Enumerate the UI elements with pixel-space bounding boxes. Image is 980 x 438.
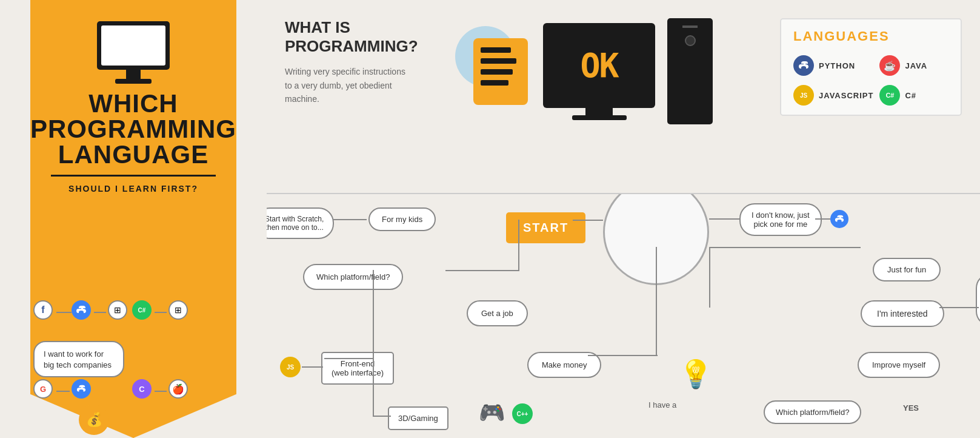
right-panel: WHAT IS PROGRAMMING? Writing very specif…	[267, 0, 980, 438]
ok-text: OK	[580, 46, 618, 85]
im-interested-node: I'm interested	[861, 300, 944, 327]
doc-line-2	[481, 58, 516, 64]
languages-title: LANGUAGES	[793, 29, 948, 44]
just-for-fun-node: Just for fun	[873, 258, 941, 281]
arrow-pf-right	[445, 270, 518, 271]
js-label: JAVASCRIPT	[819, 91, 873, 100]
i-have-text: I have a	[648, 400, 676, 409]
lang-js: JS JAVASCRIPT	[793, 85, 873, 106]
document-icon	[473, 38, 528, 105]
windows-icon: ⊞	[108, 300, 127, 320]
arrow-pf-up	[518, 220, 519, 271]
improve-myself-node: Improve myself	[858, 352, 940, 378]
what-is-section: WHAT IS PROGRAMMING? Writing very specif…	[285, 18, 406, 106]
python-badge-1	[72, 300, 91, 320]
illustration: OK	[424, 18, 762, 124]
facebook-icon: f	[33, 300, 53, 320]
arrow-cs-win2	[155, 312, 167, 313]
platform-field-node: Which platform/field?	[303, 264, 403, 290]
arrow-mm-conn	[588, 355, 658, 356]
monitor-screen: OK	[543, 23, 655, 108]
doc-line-1	[481, 47, 511, 53]
csharp-lang-icon: C#	[879, 85, 900, 106]
python-label: PYTHON	[819, 61, 855, 70]
what-is-title: WHAT IS PROGRAMMING?	[285, 18, 406, 56]
vert-fe-gam	[373, 358, 374, 416]
get-a-job-node: Get a job	[467, 300, 528, 326]
doc-illustration	[473, 38, 528, 105]
platform-field-2-node: Which platform/field?	[764, 400, 861, 424]
svg-rect-1	[101, 25, 165, 66]
lightbulb-icon: 💡	[679, 358, 713, 390]
windows-icon-2: ⊞	[168, 300, 188, 320]
monitor-ok: OK	[543, 23, 655, 120]
svg-rect-3	[115, 79, 152, 84]
arrow-dk-py	[815, 218, 830, 220]
js-lang-icon: JS	[793, 85, 814, 106]
tower-slot-1	[682, 25, 698, 28]
arrow-start-why	[573, 220, 603, 221]
banner-title: WHICH PROGRAMMING LANGUAGE	[18, 91, 248, 167]
arrow-g	[56, 391, 70, 392]
python-lang-icon	[793, 55, 814, 76]
arrow-why-mm	[656, 247, 657, 355]
lang-grid: PYTHON ☕ JAVA JS JAVASCRIPT	[793, 55, 948, 106]
arrow-py-win	[94, 312, 106, 313]
big-tech-bubble: I want to work for big tech companies	[33, 341, 124, 377]
gaming-node: 3D/Gaming	[388, 406, 448, 430]
frontend-node: Front-end (web interface)	[321, 352, 394, 385]
lang-csharp: C# C#	[879, 85, 948, 106]
start-scratch-node: Start with Scratch, then move on to...	[267, 207, 334, 239]
arrow-why-int	[709, 247, 861, 248]
csharp-badge-1: C#	[132, 300, 152, 320]
arrow-c-apple	[155, 391, 167, 392]
for-my-kids-node: For my kids	[368, 207, 436, 231]
lang-python: PYTHON	[793, 55, 873, 76]
java-label: JAVA	[905, 61, 927, 70]
arrow-fb	[56, 312, 72, 313]
big-tech-text: I want to work for big tech companies	[44, 349, 112, 369]
monitor-stand-2	[585, 108, 613, 115]
monitor-svg	[85, 18, 182, 91]
svg-rect-2	[126, 70, 141, 79]
js-badge-flow: JS	[280, 357, 301, 377]
horiz-fe-conn	[324, 358, 373, 359]
vert-pf-conn	[373, 270, 374, 358]
arrow-why-dk	[709, 218, 739, 220]
apple-icon: 🍎	[168, 379, 188, 399]
banner-subtitle: SHOULD I LEARN FIRST?	[68, 184, 198, 194]
left-panel: WHICH PROGRAMMING LANGUAGE SHOULD I LEAR…	[0, 0, 267, 438]
flowchart-section: START For my kids Start with Scratch, th…	[267, 194, 980, 438]
java-lang-icon: ☕	[879, 55, 900, 76]
lang-java: ☕ JAVA	[879, 55, 948, 76]
python-badge-2	[72, 379, 91, 399]
tower-pc	[667, 18, 713, 124]
monitor-base-2	[572, 115, 627, 120]
main-container: WHICH PROGRAMMING LANGUAGE SHOULD I LEAR…	[0, 0, 980, 438]
arrow-int-bril	[939, 307, 979, 308]
cpp-badge-flow: C++	[512, 403, 533, 424]
gamepad-icon: 🎮	[479, 400, 505, 425]
python-dk-badge	[830, 210, 848, 228]
arrow-vert-why	[709, 247, 710, 308]
top-section: WHAT IS PROGRAMMING? Writing very specif…	[267, 0, 980, 194]
money-bag-icon: 💰	[79, 405, 109, 435]
horiz-gam	[373, 416, 391, 417]
yes-label: YES	[903, 403, 919, 413]
c-badge: C	[132, 379, 152, 399]
google-icon: G	[33, 379, 53, 399]
what-is-desc: Writing very specific instructions to a …	[285, 65, 406, 106]
brilliant-idea-node: Have a brilliant idea/platform in mind?	[976, 273, 980, 326]
dont-know-node: I don't know, just pick one for me	[739, 203, 822, 236]
tower-disc	[685, 35, 696, 46]
languages-panel: LANGUAGES PYTHON ☕ JAVA	[780, 18, 962, 116]
doc-line-4	[481, 80, 508, 86]
doc-line-3	[481, 69, 513, 75]
csharp-label: C#	[905, 91, 916, 100]
arrow-js-fe	[302, 366, 323, 368]
